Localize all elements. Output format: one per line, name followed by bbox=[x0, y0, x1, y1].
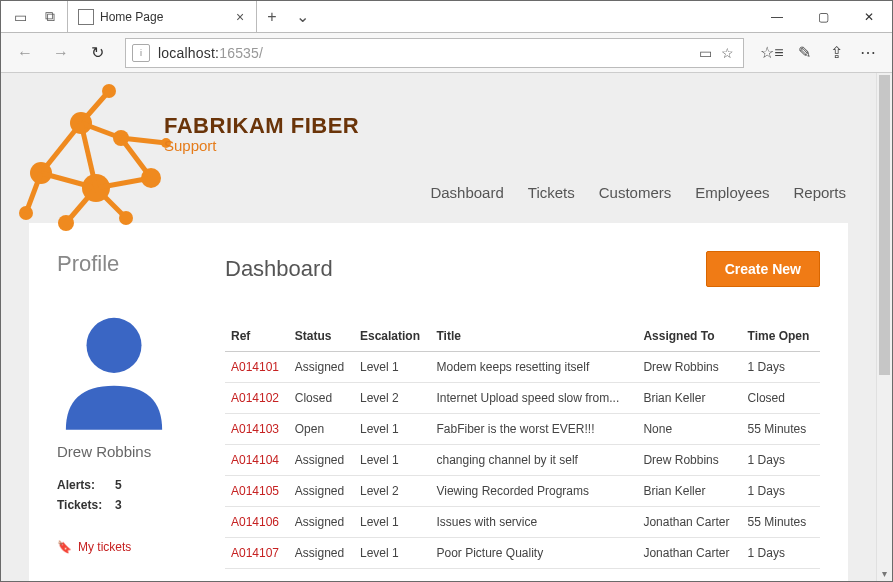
cell-escalation: Level 2 bbox=[354, 476, 431, 507]
table-row[interactable]: A014103OpenLevel 1FabFiber is the worst … bbox=[225, 414, 820, 445]
close-tab-icon[interactable]: × bbox=[232, 9, 248, 25]
cell-title: Poor Picture Quality bbox=[430, 538, 637, 569]
col-time: Time Open bbox=[742, 321, 820, 352]
cell-time: 55 Minutes bbox=[742, 414, 820, 445]
dashboard-heading: Dashboard bbox=[225, 256, 333, 282]
table-row[interactable]: A014105AssignedLevel 2Viewing Recorded P… bbox=[225, 476, 820, 507]
cell-title: Viewing Recorded Programs bbox=[430, 476, 637, 507]
cell-title: Internet Upload speed slow from... bbox=[430, 383, 637, 414]
col-escalation: Escalation bbox=[354, 321, 431, 352]
cell-time: Closed bbox=[742, 383, 820, 414]
back-button[interactable]: ← bbox=[9, 37, 41, 69]
reading-view-icon[interactable]: ▭ bbox=[695, 45, 715, 61]
col-assigned: Assigned To bbox=[637, 321, 741, 352]
tickets-value: 3 bbox=[115, 498, 173, 512]
cell-escalation: Level 1 bbox=[354, 445, 431, 476]
avatar bbox=[57, 301, 171, 431]
favorite-star-icon[interactable]: ☆ bbox=[717, 45, 737, 61]
scroll-down-arrow-icon[interactable]: ▾ bbox=[877, 565, 892, 581]
cell-ref[interactable]: A014104 bbox=[225, 445, 289, 476]
forward-button[interactable]: → bbox=[45, 37, 77, 69]
vertical-scrollbar[interactable]: ▾ bbox=[876, 73, 892, 581]
cell-assigned: Drew Robbins bbox=[637, 352, 741, 383]
alerts-value: 5 bbox=[115, 478, 173, 492]
tab-preview-button[interactable]: ▭ bbox=[5, 1, 35, 32]
col-title: Title bbox=[430, 321, 637, 352]
more-icon[interactable]: ⋯ bbox=[852, 37, 884, 69]
fabrikam-logo bbox=[11, 83, 171, 228]
cell-time: 1 Days bbox=[742, 352, 820, 383]
page-content: FABRIKAM FIBER Support Dashboard Tickets… bbox=[1, 73, 876, 581]
nav-employees[interactable]: Employees bbox=[695, 184, 769, 201]
brand-subtitle: Support bbox=[164, 137, 359, 154]
cell-time: 1 Days bbox=[742, 445, 820, 476]
tickets-label: Tickets: bbox=[57, 498, 115, 512]
alerts-label: Alerts: bbox=[57, 478, 115, 492]
cell-status: Assigned bbox=[289, 507, 354, 538]
tab-title: Home Page bbox=[100, 10, 232, 24]
edge-browser-window: ▭ ⧉ Home Page × + ⌄ — ▢ ✕ ← → ↻ i localh… bbox=[0, 0, 893, 582]
my-tickets-link[interactable]: 🔖 My tickets bbox=[57, 540, 197, 554]
cell-ref[interactable]: A014106 bbox=[225, 507, 289, 538]
maximize-button[interactable]: ▢ bbox=[800, 1, 846, 32]
table-row[interactable]: A014101AssignedLevel 1Modem keeps resett… bbox=[225, 352, 820, 383]
cell-ref[interactable]: A014107 bbox=[225, 538, 289, 569]
url-text: localhost:16535/ bbox=[158, 45, 693, 61]
refresh-button[interactable]: ↻ bbox=[81, 37, 113, 69]
table-row[interactable]: A014104AssignedLevel 1changing channel b… bbox=[225, 445, 820, 476]
cell-ref[interactable]: A014102 bbox=[225, 383, 289, 414]
col-ref: Ref bbox=[225, 321, 289, 352]
nav-tickets[interactable]: Tickets bbox=[528, 184, 575, 201]
browser-tab[interactable]: Home Page × bbox=[67, 1, 257, 32]
share-icon[interactable]: ⇪ bbox=[820, 37, 852, 69]
cell-escalation: Level 1 bbox=[354, 507, 431, 538]
profile-name: Drew Robbins bbox=[57, 443, 197, 460]
cell-status: Assigned bbox=[289, 445, 354, 476]
cell-assigned: Jonathan Carter bbox=[637, 507, 741, 538]
tab-aside-button[interactable]: ⧉ bbox=[35, 1, 65, 32]
cell-escalation: Level 1 bbox=[354, 352, 431, 383]
favorites-hub-icon[interactable]: ☆≡ bbox=[756, 37, 788, 69]
cell-title: FabFiber is the worst EVER!!! bbox=[430, 414, 637, 445]
cell-escalation: Level 2 bbox=[354, 383, 431, 414]
profile-heading: Profile bbox=[57, 251, 197, 277]
cell-status: Assigned bbox=[289, 476, 354, 507]
table-row[interactable]: A014107AssignedLevel 1Poor Picture Quali… bbox=[225, 538, 820, 569]
table-row[interactable]: A014102ClosedLevel 2Internet Upload spee… bbox=[225, 383, 820, 414]
cell-assigned: Brian Keller bbox=[637, 383, 741, 414]
col-status: Status bbox=[289, 321, 354, 352]
nav-customers[interactable]: Customers bbox=[599, 184, 672, 201]
titlebar: ▭ ⧉ Home Page × + ⌄ — ▢ ✕ bbox=[1, 1, 892, 33]
cell-ref[interactable]: A014101 bbox=[225, 352, 289, 383]
svg-point-11 bbox=[86, 318, 141, 373]
page-favicon bbox=[78, 9, 94, 25]
nav-reports[interactable]: Reports bbox=[793, 184, 846, 201]
cell-title: changing channel by it self bbox=[430, 445, 637, 476]
cell-time: 1 Days bbox=[742, 476, 820, 507]
brand-title: FABRIKAM FIBER bbox=[164, 113, 359, 139]
cell-status: Closed bbox=[289, 383, 354, 414]
cell-ref[interactable]: A014103 bbox=[225, 414, 289, 445]
tab-dropdown-icon[interactable]: ⌄ bbox=[287, 1, 317, 32]
cell-escalation: Level 1 bbox=[354, 414, 431, 445]
minimize-button[interactable]: — bbox=[754, 1, 800, 32]
top-nav: Dashboard Tickets Customers Employees Re… bbox=[430, 184, 846, 201]
close-window-button[interactable]: ✕ bbox=[846, 1, 892, 32]
address-bar[interactable]: i localhost:16535/ ▭ ☆ bbox=[125, 38, 744, 68]
cell-assigned: Brian Keller bbox=[637, 476, 741, 507]
cell-status: Assigned bbox=[289, 352, 354, 383]
cell-status: Open bbox=[289, 414, 354, 445]
toolbar: ← → ↻ i localhost:16535/ ▭ ☆ ☆≡ ✎ ⇪ ⋯ bbox=[1, 33, 892, 73]
new-tab-button[interactable]: + bbox=[257, 1, 287, 32]
cell-status: Assigned bbox=[289, 538, 354, 569]
site-info-icon[interactable]: i bbox=[132, 44, 150, 62]
cell-time: 1 Days bbox=[742, 538, 820, 569]
table-row[interactable]: A014106AssignedLevel 1Issues with servic… bbox=[225, 507, 820, 538]
cell-assigned: Drew Robbins bbox=[637, 445, 741, 476]
web-note-icon[interactable]: ✎ bbox=[788, 37, 820, 69]
create-new-button[interactable]: Create New bbox=[706, 251, 820, 287]
cell-assigned: Jonathan Carter bbox=[637, 538, 741, 569]
nav-dashboard[interactable]: Dashboard bbox=[430, 184, 503, 201]
scrollbar-thumb[interactable] bbox=[879, 75, 890, 375]
cell-ref[interactable]: A014105 bbox=[225, 476, 289, 507]
